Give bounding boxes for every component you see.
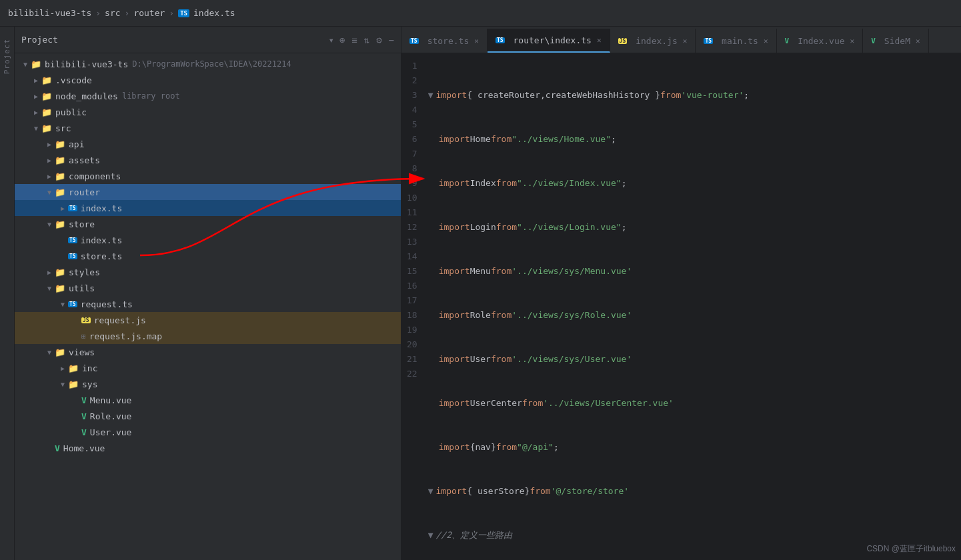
tree-arrow-store: ▼ [44,221,55,228]
tree-label-vscode: .vscode [55,75,92,85]
tree-store-ts[interactable]: TS store.ts [15,248,401,264]
tree-user-vue[interactable]: V User.vue [15,424,401,440]
tree-utils[interactable]: ▼ 📁 utils [15,280,401,296]
tree-label-home: Home.vue [63,443,105,453]
folder-icon-views: 📁 [55,347,65,357]
tab-sidem-vue[interactable]: V SideM ✕ [863,29,928,53]
tab-label-store: store.ts [427,36,469,46]
tree-request-js-map[interactable]: ⊞ request.js.map [15,328,401,344]
tree-views[interactable]: ▼ 📁 views [15,344,401,360]
tab-label-indexvue: Index.vue [798,36,844,46]
tree-arrow-request-ts: ▼ [57,301,68,308]
tree-public[interactable]: ▶ 📁 public [15,104,401,120]
breadcrumb-src[interactable]: src [105,8,120,18]
folder-icon-assets: 📁 [55,155,65,165]
tree-menu-vue[interactable]: V Menu.vue [15,392,401,408]
tree-label-styles: styles [69,267,100,277]
tab-main-ts[interactable]: TS main.ts ✕ [696,29,776,53]
tree-assets[interactable]: ▶ 📁 assets [15,152,401,168]
folder-icon-router: 📁 [55,187,65,197]
tree-arrow-api: ▶ [44,141,55,148]
code-line-11: ▼//2、定义一些路由 [428,528,961,543]
tree-root[interactable]: ▼ 📁 bilibili-vue3-ts D:\ProgramWorkSpace… [15,56,401,72]
tree-arrow-public: ▶ [31,109,41,116]
panel-icon-sort[interactable]: ⇅ [364,35,369,45]
folder-icon-utils: 📁 [55,283,65,293]
tree-label-router-index: index.ts [81,203,123,213]
tree-node-modules[interactable]: ▶ 📁 node_modules library root [15,88,401,104]
sidebar-strip-label: Project [3,39,11,74]
breadcrumb-file[interactable]: index.ts [193,8,235,18]
code-line-9: import {nav} from "@/api"; [428,440,961,455]
folder-icon-vscode: 📁 [41,75,52,85]
tab-label-router: router\index.ts [514,35,592,45]
tree-request-ts[interactable]: ▼ TS request.ts [15,296,401,312]
panel-title: Project [21,35,323,45]
tree-label-src: src [55,123,71,133]
tab-close-store[interactable]: ✕ [474,37,479,45]
folder-icon-src: 📁 [41,123,52,133]
tab-bar: TS store.ts ✕ TS router\index.ts ✕ JS in… [401,27,961,53]
tree-vscode[interactable]: ▶ 📁 .vscode [15,72,401,88]
tab-close-router[interactable]: ✕ [597,36,602,45]
tree-src[interactable]: ▼ 📁 src [15,120,401,136]
tab-index-vue[interactable]: V Index.vue ✕ [777,29,864,53]
tree-label-request-ts: request.ts [81,299,133,309]
tree-store[interactable]: ▼ 📁 store [15,216,401,232]
folder-icon-api: 📁 [55,139,65,149]
project-panel: Project ▾ ⊕ ≡ ⇅ ⚙ − ▼ 📁 bilibili-vue3-ts… [15,27,401,560]
tab-close-indexjs[interactable]: ✕ [683,37,688,45]
panel-icon-collapse[interactable]: ≡ [351,35,357,45]
tree-router[interactable]: ▼ 📁 router [15,184,401,200]
folder-icon-root: 📁 [31,59,41,69]
vue-badge-menu: V [81,395,87,405]
tree-arrow-vscode: ▶ [31,77,41,84]
breadcrumb-router[interactable]: router [133,8,165,18]
title-bar: bilibili-vue3-ts › src › router › TS ind… [0,0,961,27]
tree-inc[interactable]: ▶ 📁 inc [15,360,401,376]
tree-components[interactable]: ▶ 📁 components [15,168,401,184]
tree-label-role: Role.vue [90,411,132,421]
code-line-1: ▼import { createRouter,createWebHashHist… [428,88,961,103]
tab-label-indexjs: index.js [636,36,678,46]
tree-styles[interactable]: ▶ 📁 styles [15,264,401,280]
panel-icon-dropdown[interactable]: ▾ [328,35,333,45]
tree-router-index[interactable]: ▶ TS index.ts [15,200,401,216]
tree-request-js[interactable]: JS request.js [15,312,401,328]
tab-icon-sidemvue: V [871,37,876,45]
tab-icon-maints: TS [704,38,713,44]
panel-icon-minimize[interactable]: − [389,35,394,45]
tree-label-api: api [69,139,84,149]
tree-home-vue[interactable]: V Home.vue [15,440,401,456]
tree-arrow-utils: ▼ [44,285,55,292]
tree-role-vue[interactable]: V Role.vue [15,408,401,424]
tab-close-indexvue[interactable]: ✕ [850,37,855,45]
code-line-6: import Role from '../views/sys/Role.vue' [428,308,961,323]
breadcrumb-root[interactable]: bilibili-vue3-ts [8,8,91,18]
editor-inner: 1 2 3 4 5 6 7 8 9 10 11 12 13 14 15 16 1 [401,53,961,560]
tree-arrow-inc: ▶ [57,365,68,372]
tab-close-maints[interactable]: ✕ [764,37,768,45]
tree-store-index[interactable]: TS index.ts [15,232,401,248]
vue-badge-home: V [55,443,60,453]
tree-sys[interactable]: ▼ 📁 sys [15,376,401,392]
tab-close-sidemvue[interactable]: ✕ [916,37,920,45]
tab-router-index[interactable]: TS router\index.ts ✕ [488,29,610,53]
tree-label-views: views [69,347,95,357]
tab-icon-indexvue: V [785,37,790,45]
js-badge-request: JS [81,317,91,323]
tab-index-js[interactable]: JS index.js ✕ [610,29,696,53]
editor-content[interactable]: 1 2 3 4 5 6 7 8 9 10 11 12 13 14 15 16 1 [401,53,961,560]
code-area[interactable]: ▼import { createRouter,createWebHashHist… [425,53,961,560]
tree-arrow-router: ▼ [44,189,55,196]
tree-arrow-root: ▼ [20,61,31,68]
tree-label-store-index: index.ts [81,235,123,245]
tree-api[interactable]: ▶ 📁 api [15,136,401,152]
ts-badge: TS [178,9,189,17]
watermark: CSDN @蓝匣子itbluebox [866,543,956,555]
code-line-5: import Menu from '../views/sys/Menu.vue' [428,264,961,279]
code-line-8: import UserCenter from '../views/UserCen… [428,396,961,411]
tab-store-ts[interactable]: TS store.ts ✕ [401,29,488,53]
panel-icon-settings[interactable]: ⚙ [376,35,381,45]
panel-icon-target[interactable]: ⊕ [339,35,345,45]
